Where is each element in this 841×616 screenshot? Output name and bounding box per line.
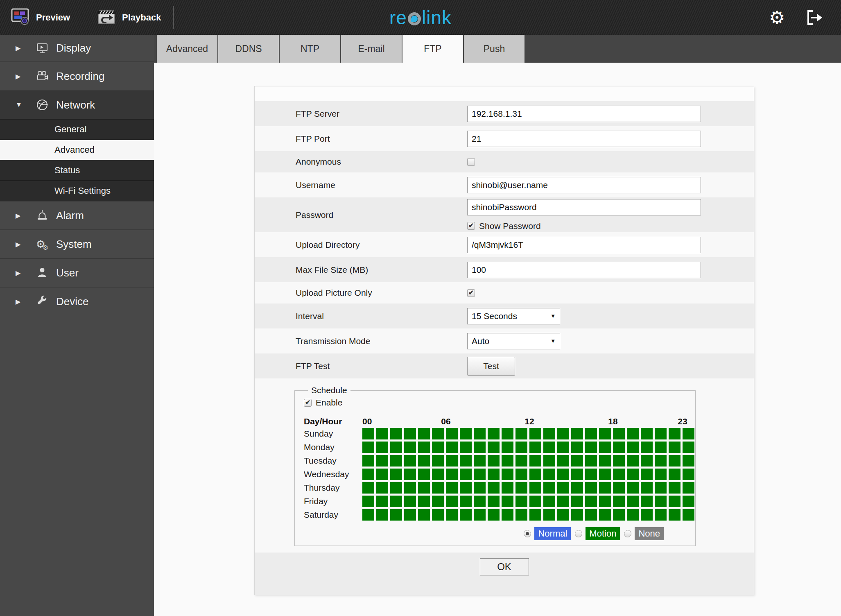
schedule-cell[interactable] [655,455,667,467]
schedule-cell[interactable] [683,428,694,439]
schedule-cell[interactable] [390,509,402,521]
schedule-cell[interactable] [627,509,639,521]
ftp-test-button[interactable]: Test [467,357,515,376]
schedule-cell[interactable] [390,428,402,439]
schedule-cell[interactable] [683,496,694,507]
schedule-cell[interactable] [543,482,555,494]
schedule-cell[interactable] [669,442,680,453]
ftp-port-input[interactable] [467,131,701,147]
schedule-cell[interactable] [571,455,583,467]
schedule-cell[interactable] [446,509,458,521]
schedule-cell[interactable] [432,509,444,521]
tab-ntp[interactable]: NTP [280,35,340,63]
schedule-cell[interactable] [446,469,458,480]
schedule-cell[interactable] [474,442,486,453]
schedule-cell[interactable] [404,428,416,439]
schedule-cell[interactable] [557,469,569,480]
schedule-cell[interactable] [460,496,472,507]
schedule-cell[interactable] [404,469,416,480]
schedule-cell[interactable] [432,455,444,467]
tab-e-mail[interactable]: E-mail [341,35,402,63]
schedule-cell[interactable] [557,509,569,521]
schedule-cell[interactable] [599,455,611,467]
schedule-cell[interactable] [390,442,402,453]
schedule-cell[interactable] [432,482,444,494]
schedule-cell[interactable] [641,428,653,439]
schedule-cell[interactable] [571,428,583,439]
schedule-cell[interactable] [474,469,486,480]
schedule-cell[interactable] [502,455,513,467]
sidebar-subitem-general[interactable]: General [0,119,154,139]
schedule-cell[interactable] [669,482,680,494]
schedule-cell[interactable] [376,428,388,439]
show-password-checkbox[interactable] [467,222,475,230]
schedule-cell[interactable] [460,428,472,439]
schedule-cell[interactable] [529,428,541,439]
schedule-cell[interactable] [474,455,486,467]
schedule-cell[interactable] [543,496,555,507]
schedule-cell[interactable] [515,428,527,439]
tab-ftp[interactable]: FTP [402,35,463,63]
schedule-cell[interactable] [404,482,416,494]
schedule-cell[interactable] [362,455,374,467]
tab-push[interactable]: Push [464,35,524,63]
schedule-cell[interactable] [557,496,569,507]
schedule-cell[interactable] [474,428,486,439]
sidebar-subitem-wifi[interactable]: Wi-Fi Settings [0,180,154,201]
tab-ddns[interactable]: DDNS [218,35,279,63]
schedule-cell[interactable] [460,469,472,480]
schedule-cell[interactable] [432,428,444,439]
nav-preview[interactable]: Preview [11,0,70,35]
schedule-cell[interactable] [655,428,667,439]
schedule-cell[interactable] [571,509,583,521]
schedule-cell[interactable] [488,442,500,453]
schedule-cell[interactable] [599,469,611,480]
schedule-cell[interactable] [390,482,402,494]
schedule-cell[interactable] [585,442,597,453]
password-input[interactable] [467,199,701,215]
schedule-cell[interactable] [446,428,458,439]
sidebar-subitem-status[interactable]: Status [0,160,154,180]
schedule-cell[interactable] [627,428,639,439]
schedule-cell[interactable] [557,428,569,439]
schedule-cell[interactable] [376,442,388,453]
schedule-cell[interactable] [460,509,472,521]
schedule-cell[interactable] [418,482,430,494]
schedule-cell[interactable] [641,442,653,453]
schedule-cell[interactable] [641,496,653,507]
schedule-enable-checkbox[interactable] [304,399,312,407]
schedule-cell[interactable] [543,509,555,521]
schedule-cell[interactable] [418,469,430,480]
schedule-cell[interactable] [613,442,625,453]
transmission-mode-select[interactable]: Auto ▼ [467,333,560,349]
sidebar-item-display[interactable]: ▶Display [0,35,154,61]
schedule-cell[interactable] [488,455,500,467]
schedule-cell[interactable] [543,469,555,480]
schedule-cell[interactable] [404,442,416,453]
schedule-cell[interactable] [655,469,667,480]
upload-picture-only-checkbox[interactable] [467,289,475,297]
schedule-cell[interactable] [641,455,653,467]
schedule-cell[interactable] [585,509,597,521]
tab-advanced[interactable]: Advanced [157,35,217,63]
schedule-cell[interactable] [362,496,374,507]
schedule-cell[interactable] [446,442,458,453]
schedule-cell[interactable] [362,469,374,480]
schedule-cell[interactable] [557,442,569,453]
schedule-cell[interactable] [418,455,430,467]
max-file-size-mb-input[interactable] [467,262,701,278]
schedule-cell[interactable] [655,496,667,507]
schedule-cell[interactable] [599,428,611,439]
schedule-cell[interactable] [571,496,583,507]
schedule-cell[interactable] [502,509,513,521]
schedule-cell[interactable] [460,442,472,453]
schedule-cell[interactable] [390,455,402,467]
sidebar-item-device[interactable]: ▶Device [0,287,154,315]
schedule-cell[interactable] [404,496,416,507]
schedule-cell[interactable] [502,469,513,480]
schedule-cell[interactable] [613,428,625,439]
nav-playback[interactable]: Playback [97,0,161,35]
schedule-cell[interactable] [390,496,402,507]
mode-radio-none[interactable] [624,530,631,537]
schedule-cell[interactable] [683,509,694,521]
